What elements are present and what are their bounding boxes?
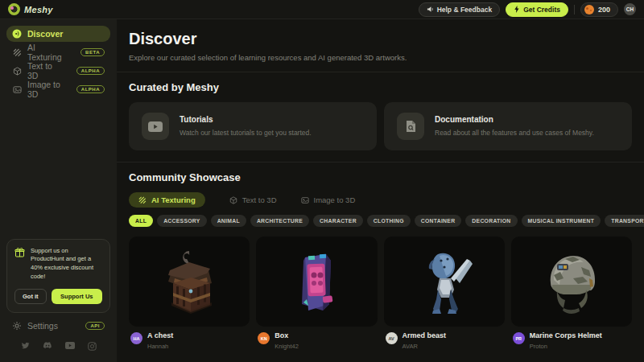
showcase-section: Community Showcase AI Texturing Text to …: [117, 162, 644, 361]
coin-icon: [584, 5, 594, 14]
model-card: KN Box Knight42: [256, 237, 377, 350]
resource-description: Read about all the features and use case…: [435, 129, 594, 137]
filter-accessory[interactable]: ACCESSORY: [157, 215, 207, 227]
cube-icon: [229, 196, 237, 204]
support-banner: Support us on ProductHunt and get a 40% …: [6, 239, 110, 314]
support-us-button[interactable]: Support Us: [52, 289, 102, 304]
filter-clothing[interactable]: CLOTHING: [367, 215, 411, 227]
sidebar-item-image-to-3d[interactable]: Image to 3D ALPHA: [6, 81, 110, 97]
sidebar-item-label: AI Texturing: [27, 43, 69, 62]
settings-label: Settings: [27, 321, 58, 331]
tab-text-to-3d[interactable]: Text to 3D: [229, 192, 277, 208]
page-header: Discover Explore our curated selection o…: [117, 19, 644, 72]
discord-icon[interactable]: [43, 342, 52, 351]
beta-badge: BETA: [80, 48, 105, 56]
social-links: [6, 337, 110, 357]
filter-animal[interactable]: ANIMAL: [211, 215, 246, 227]
tab-label: Text to 3D: [242, 195, 277, 204]
filter-all[interactable]: ALL: [129, 215, 153, 227]
sidebar-item-discover[interactable]: Discover: [6, 26, 110, 42]
tab-image-to-3d[interactable]: Image to 3D: [301, 192, 356, 208]
cube-icon: [12, 66, 22, 76]
model-author[interactable]: Knight42: [275, 343, 299, 350]
credits-count: 200: [598, 6, 610, 14]
resource-description: Watch our latest tutorials to get you st…: [180, 129, 312, 137]
sidebar-item-label: Discover: [27, 29, 63, 39]
category-filters: ALL ACCESSORY ANIMAL ARCHITECTURE CHARAC…: [129, 215, 632, 227]
model-author[interactable]: Proton: [530, 343, 602, 350]
sidebar-item-label: Text to 3D: [27, 61, 65, 80]
discover-icon: [12, 29, 22, 39]
topbar: Meshy Help & Feedback Get Credits 200 CH: [0, 0, 644, 19]
meshy-logo-icon: [8, 3, 20, 15]
model-card: AV Armed beast AVAR: [384, 237, 505, 350]
got-it-button[interactable]: Got it: [14, 289, 47, 304]
model-card: PR Marine Corps Helmet Proton: [511, 237, 632, 350]
model-title[interactable]: A chest: [147, 332, 173, 340]
alpha-badge: ALPHA: [76, 85, 105, 93]
main-content: Discover Explore our curated selection o…: [117, 19, 644, 362]
filter-container[interactable]: CONTAINER: [415, 215, 462, 227]
sidebar-item-text-to-3d[interactable]: Text to 3D ALPHA: [6, 63, 110, 79]
brand-name: Meshy: [24, 5, 53, 14]
filter-architecture[interactable]: ARCHITECTURE: [250, 215, 309, 227]
author-avatar[interactable]: PR: [513, 332, 525, 344]
author-avatar[interactable]: KN: [258, 332, 270, 344]
page-subtitle: Explore our curated selection of learnin…: [129, 53, 632, 62]
model-grid: HA A chest Hannah: [129, 237, 632, 350]
get-credits-label: Get Credits: [523, 6, 560, 14]
brand[interactable]: Meshy: [8, 3, 53, 15]
model-title[interactable]: Box: [275, 332, 299, 340]
credits-balance[interactable]: 200: [580, 2, 618, 17]
tab-label: AI Texturing: [151, 195, 196, 204]
texture-brush-icon: [12, 47, 22, 57]
twitter-icon[interactable]: [21, 342, 30, 351]
model-thumbnail-box[interactable]: [256, 237, 377, 327]
model-title[interactable]: Armed beast: [402, 332, 447, 340]
showcase-tabs: AI Texturing Text to 3D Image to 3D: [129, 192, 632, 208]
author-avatar[interactable]: AV: [386, 332, 398, 344]
sidebar: Discover AI Texturing BETA Text to 3D AL…: [0, 19, 117, 362]
filter-transportation[interactable]: TRANSPORTATION: [605, 215, 644, 227]
youtube-play-icon: [142, 113, 169, 140]
tab-label: Image to 3D: [314, 195, 356, 204]
alpha-badge: ALPHA: [76, 67, 105, 75]
help-feedback-label: Help & Feedback: [437, 6, 493, 14]
get-credits-button[interactable]: Get Credits: [506, 2, 568, 17]
page-title: Discover: [129, 30, 632, 48]
image-icon: [301, 196, 309, 204]
model-title[interactable]: Marine Corps Helmet: [530, 332, 602, 340]
sidebar-item-label: Image to 3D: [27, 80, 65, 99]
topbar-divider: [574, 5, 575, 14]
user-avatar[interactable]: CH: [624, 3, 636, 15]
resource-title: Documentation: [435, 115, 594, 124]
model-author[interactable]: AVAR: [402, 343, 447, 350]
tutorials-card[interactable]: Tutorials Watch our latest tutorials to …: [129, 102, 377, 150]
image-icon: [12, 84, 22, 94]
curated-section: Curated by Meshy Tutorials Watch our lat…: [117, 72, 644, 162]
help-feedback-button[interactable]: Help & Feedback: [419, 2, 501, 17]
sidebar-item-ai-texturing[interactable]: AI Texturing BETA: [6, 44, 110, 60]
sidebar-item-settings[interactable]: Settings API: [6, 313, 110, 337]
gift-icon: [14, 247, 25, 282]
model-thumbnail-armed-beast[interactable]: [384, 237, 505, 327]
documentation-card[interactable]: Documentation Read about all the feature…: [384, 102, 632, 150]
instagram-icon[interactable]: [88, 342, 97, 351]
youtube-icon[interactable]: [65, 342, 75, 351]
support-text: Support us on ProductHunt and get a 40% …: [31, 247, 102, 282]
texture-brush-icon: [138, 196, 147, 204]
model-thumbnail-helmet[interactable]: [511, 237, 632, 327]
megaphone-icon: [427, 6, 434, 13]
resource-title: Tutorials: [180, 115, 312, 124]
filter-musical-instrument[interactable]: MUSICAL INSTRUMENT: [522, 215, 601, 227]
author-avatar[interactable]: HA: [130, 332, 142, 344]
model-card: HA A chest Hannah: [129, 237, 250, 350]
model-author[interactable]: Hannah: [147, 343, 173, 350]
doc-search-icon: [397, 113, 424, 140]
showcase-heading: Community Showcase: [129, 171, 632, 183]
tab-ai-texturing[interactable]: AI Texturing: [129, 192, 205, 208]
model-thumbnail-chest[interactable]: [129, 237, 250, 327]
filter-decoration[interactable]: DECORATION: [465, 215, 517, 227]
filter-character[interactable]: CHARACTER: [313, 215, 363, 227]
lightning-icon: [514, 6, 520, 13]
